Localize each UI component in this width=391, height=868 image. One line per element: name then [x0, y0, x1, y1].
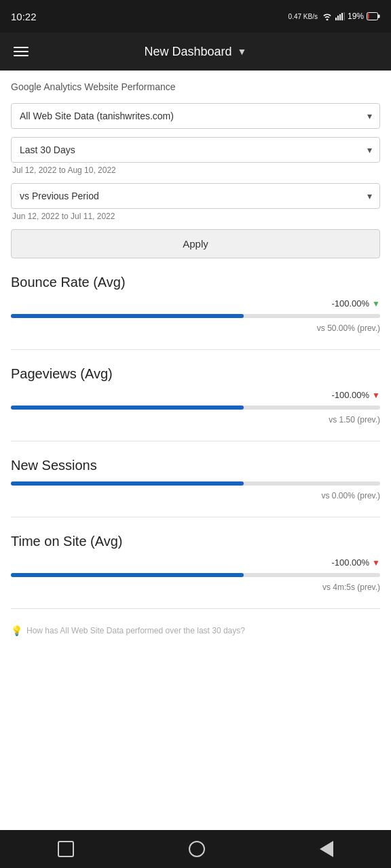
progress-bar-fill-time-on-site [11, 573, 244, 577]
svg-rect-2 [339, 14, 341, 20]
progress-bar-fill-new-sessions [11, 481, 244, 486]
chevron-down-icon: ▼ [238, 46, 247, 57]
compare-select[interactable]: vs Previous Periodvs Same Period Last Ye… [11, 183, 380, 209]
progress-bar-container-bounce-rate [11, 314, 380, 318]
status-icons: 0.47 KB/s 19% [288, 12, 380, 21]
insight-text: How has All Web Site Data performed over… [26, 626, 245, 635]
recent-apps-button[interactable] [58, 841, 74, 857]
metric-card-pageviews: Pageviews (Avg)-100.00%▼vs 1.50 (prev.) [11, 366, 380, 441]
compare-select-wrapper: vs Previous Periodvs Same Period Last Ye… [11, 183, 380, 209]
metric-change-pageviews: -100.00%▼ [331, 390, 380, 400]
data-speed: 0.47 KB/s [288, 13, 318, 20]
metric-title-bounce-rate: Bounce Rate (Avg) [11, 275, 380, 290]
metric-card-bounce-rate: Bounce Rate (Avg)-100.00%▼vs 50.00% (pre… [11, 275, 380, 350]
progress-bar-container-new-sessions [11, 481, 380, 486]
metric-stats-bounce-rate: -100.00%▼ [11, 298, 380, 309]
date-range-select-wrapper: Last 30 DaysLast 7 DaysLast 90 Days ▾ [11, 137, 380, 163]
metric-prev-pageviews: vs 1.50 (prev.) [329, 415, 380, 425]
date-range-select[interactable]: Last 30 DaysLast 7 DaysLast 90 Days [11, 137, 380, 163]
lightbulb-icon: 💡 [11, 625, 22, 636]
progress-bar-fill-pageviews [11, 406, 244, 410]
metric-prev-new-sessions: vs 0.00% (prev.) [322, 491, 380, 500]
signal-icon [335, 12, 345, 20]
compare-date-range: Jun 12, 2022 to Jul 11, 2022 [11, 212, 380, 221]
progress-bar-container-pageviews [11, 406, 380, 410]
main-content: Google Analytics Website Performance All… [0, 71, 391, 830]
hamburger-line-2 [14, 51, 29, 52]
site-select[interactable]: All Web Site Data (tanishwrites.com) [11, 103, 380, 129]
metric-change-time-on-site: -100.00%▼ [331, 557, 380, 568]
progress-bar-fill-bounce-rate [11, 314, 244, 318]
metric-change-bounce-rate: -100.00%▼ [331, 298, 380, 309]
status-bar: 10:22 0.47 KB/s 19% [0, 0, 391, 33]
progress-bar-container-time-on-site [11, 573, 380, 577]
svg-rect-4 [343, 12, 345, 20]
apply-button[interactable]: Apply [11, 229, 380, 258]
metric-card-time-on-site: Time on Site (Avg)-100.00%▼vs 4m:5s (pre… [11, 534, 380, 609]
metric-card-new-sessions: New Sessionsvs 0.00% (prev.) [11, 458, 380, 517]
metric-prev-bounce-rate: vs 50.00% (prev.) [317, 323, 380, 333]
svg-rect-6 [378, 15, 380, 18]
battery-text: 19% [348, 12, 364, 21]
metric-title-new-sessions: New Sessions [11, 458, 380, 473]
svg-rect-7 [368, 14, 369, 20]
circle-icon [189, 841, 205, 857]
metric-title-pageviews: Pageviews (Avg) [11, 366, 380, 382]
metric-change-value-time-on-site: -100.00% [331, 557, 369, 568]
metric-stats-time-on-site: -100.00%▼ [11, 557, 380, 568]
hamburger-line-1 [14, 47, 29, 48]
home-button[interactable] [189, 841, 205, 857]
top-bar: New Dashboard ▼ [0, 33, 391, 71]
metric-arrow-green-bounce-rate: ▼ [372, 299, 380, 309]
site-select-wrapper: All Web Site Data (tanishwrites.com) ▾ [11, 103, 380, 129]
metric-prev-time-on-site: vs 4m:5s (prev.) [322, 583, 380, 592]
metric-title-time-on-site: Time on Site (Avg) [11, 534, 380, 549]
hamburger-line-3 [14, 55, 29, 56]
insight-area: 💡 How has All Web Site Data performed ov… [11, 625, 380, 636]
metric-stats-pageviews: -100.00%▼ [11, 390, 380, 400]
svg-rect-1 [337, 16, 339, 20]
dashboard-title: New Dashboard [145, 45, 232, 59]
battery-icon [367, 12, 380, 20]
back-button[interactable] [320, 841, 333, 857]
svg-rect-3 [341, 13, 343, 20]
status-time: 10:22 [11, 11, 37, 22]
metric-arrow-red-time-on-site: ▼ [372, 558, 380, 568]
page-subtitle: Google Analytics Website Performance [11, 81, 380, 92]
metric-arrow-red-pageviews: ▼ [372, 391, 380, 400]
metric-change-value-pageviews: -100.00% [331, 390, 369, 400]
square-icon [58, 841, 74, 857]
bottom-nav [0, 830, 391, 868]
metrics-container: Bounce Rate (Avg)-100.00%▼vs 50.00% (pre… [11, 275, 380, 609]
metric-change-value-bounce-rate: -100.00% [331, 298, 369, 309]
hamburger-button[interactable] [11, 44, 31, 59]
svg-rect-0 [335, 18, 337, 20]
wifi-icon [322, 12, 333, 20]
current-date-range: Jul 12, 2022 to Aug 10, 2022 [11, 165, 380, 175]
dashboard-title-area[interactable]: New Dashboard ▼ [145, 45, 247, 59]
back-icon [320, 841, 333, 857]
